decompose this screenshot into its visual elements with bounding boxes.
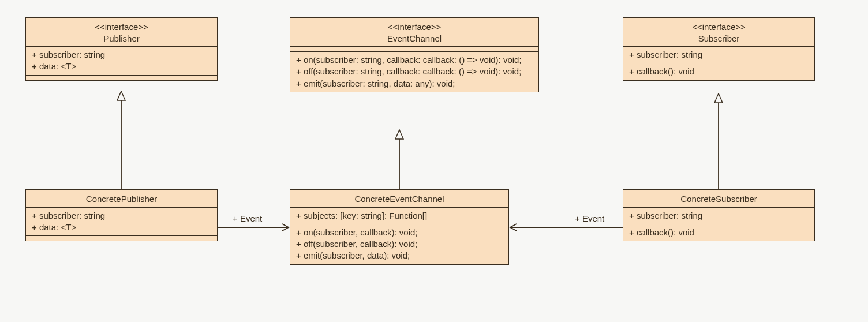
class-header: <<interface>> Publisher xyxy=(26,18,217,47)
method: + off(subscriber: string, callback: call… xyxy=(296,66,533,77)
attributes-section: + subscriber: string xyxy=(623,208,814,224)
attribute: + subscriber: string xyxy=(32,49,211,61)
class-name: Subscriber xyxy=(629,33,809,44)
stereotype: <<interface>> xyxy=(629,21,809,33)
attribute: + data: <T> xyxy=(32,222,211,233)
methods-section: + on(subscriber, callback): void; + off(… xyxy=(290,224,508,264)
attributes-section: + subscriber: string xyxy=(623,47,814,63)
edge-label-pub-event: + Event xyxy=(233,214,262,223)
class-name: ConcretePublisher xyxy=(32,193,211,205)
stereotype: <<interface>> xyxy=(32,21,211,33)
methods-section: + callback(): void xyxy=(623,224,814,241)
method: + callback(): void xyxy=(629,66,809,77)
class-header: ConcretePublisher xyxy=(26,190,217,208)
class-name: ConcreteEventChannel xyxy=(296,193,503,205)
class-concrete-eventchannel: ConcreteEventChannel + subjects: [key: s… xyxy=(290,189,509,265)
method: + emit(subscriber, data): void; xyxy=(296,250,503,261)
class-concrete-subscriber: ConcreteSubscriber + subscriber: string … xyxy=(623,189,815,241)
class-name: Publisher xyxy=(32,33,211,44)
methods-section: + on(subscriber: string, callback: callb… xyxy=(290,52,538,92)
attribute: + data: <T> xyxy=(32,61,211,72)
attribute: + subscriber: string xyxy=(32,210,211,222)
class-name: ConcreteSubscriber xyxy=(629,193,809,205)
attribute: + subscriber: string xyxy=(629,49,809,61)
attributes-section: + subscriber: string + data: <T> xyxy=(26,208,217,237)
class-subscriber-interface: <<interface>> Subscriber + subscriber: s… xyxy=(623,17,815,81)
class-header: <<interface>> EventChannel xyxy=(290,18,538,47)
class-concrete-publisher: ConcretePublisher + subscriber: string +… xyxy=(25,189,218,241)
class-publisher-interface: <<interface>> Publisher + subscriber: st… xyxy=(25,17,218,81)
stereotype: <<interface>> xyxy=(296,21,533,33)
method: + on(subscriber, callback): void; xyxy=(296,227,503,238)
class-header: <<interface>> Subscriber xyxy=(623,18,814,47)
method: + emit(subscriber: string, data: any): v… xyxy=(296,78,533,89)
attributes-section xyxy=(290,47,538,52)
attribute: + subjects: [key: string]: Function[] xyxy=(296,210,503,222)
class-header: ConcreteSubscriber xyxy=(623,190,814,208)
class-eventchannel-interface: <<interface>> EventChannel + on(subscrib… xyxy=(290,17,539,92)
methods-section xyxy=(26,236,217,241)
attributes-section: + subjects: [key: string]: Function[] xyxy=(290,208,508,224)
class-name: EventChannel xyxy=(296,33,533,44)
attribute: + subscriber: string xyxy=(629,210,809,222)
attributes-section: + subscriber: string + data: <T> xyxy=(26,47,217,76)
method: + callback(): void xyxy=(629,227,809,238)
method: + on(subscriber: string, callback: callb… xyxy=(296,54,533,66)
method: + off(subscriber, callback): void; xyxy=(296,238,503,250)
edge-label-sub-event: + Event xyxy=(575,214,604,223)
methods-section: + callback(): void xyxy=(623,63,814,80)
methods-section xyxy=(26,76,217,80)
class-header: ConcreteEventChannel xyxy=(290,190,508,208)
